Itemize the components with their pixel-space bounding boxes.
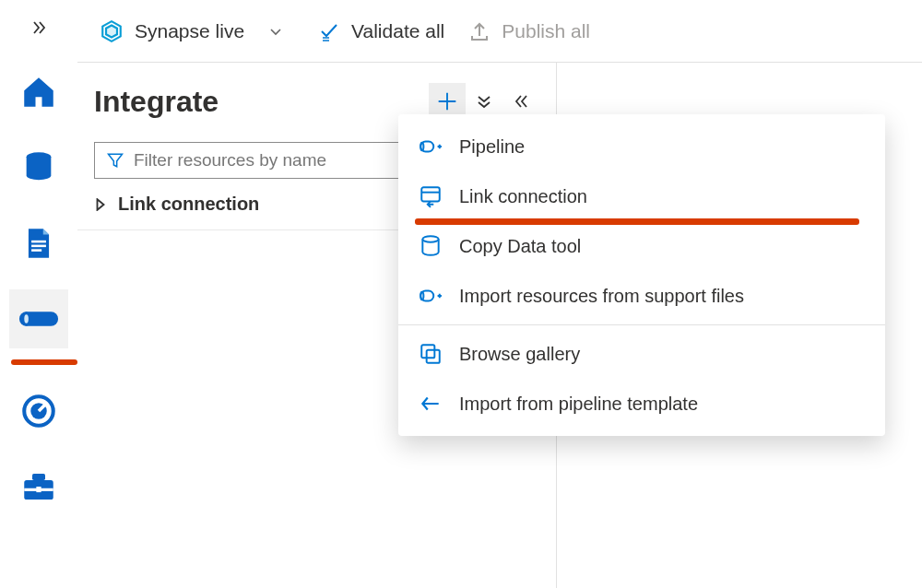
svg-rect-21 <box>427 350 440 363</box>
menu-separator <box>398 324 885 325</box>
link-connection-icon <box>419 184 443 208</box>
menu-item-browse-gallery[interactable]: Browse gallery <box>398 329 885 379</box>
database-icon <box>20 149 57 186</box>
svg-rect-1 <box>31 241 46 243</box>
svg-rect-20 <box>421 345 434 358</box>
chevrons-right-icon <box>30 18 48 37</box>
pipeline-add-icon <box>419 135 443 159</box>
svg-rect-3 <box>31 249 41 252</box>
script-icon <box>21 226 56 261</box>
publish-all-label: Publish all <box>502 20 590 42</box>
menu-item-link-connection[interactable]: Link connection <box>398 171 885 221</box>
svg-rect-9 <box>32 474 45 480</box>
chevrons-left-icon <box>513 93 529 110</box>
arrow-left-icon <box>419 392 443 416</box>
pipeline-add-icon <box>419 284 443 308</box>
menu-label: Browse gallery <box>459 344 580 365</box>
svg-point-17 <box>422 236 438 242</box>
synapse-logo-icon <box>100 19 124 43</box>
highlight-underline <box>11 359 77 365</box>
validate-all-label: Validate all <box>351 20 444 42</box>
nav-develop[interactable] <box>9 214 68 273</box>
menu-item-copy-data[interactable]: Copy Data tool <box>398 221 885 271</box>
chevron-down-icon <box>268 24 283 39</box>
database-outline-icon <box>419 234 443 258</box>
menu-item-import-support[interactable]: Import resources from support files <box>398 271 885 321</box>
nav-monitor[interactable] <box>9 382 68 441</box>
menu-item-pipeline[interactable]: Pipeline <box>398 122 885 171</box>
menu-label: Import from pipeline template <box>459 394 698 415</box>
nav-integrate[interactable] <box>9 289 68 348</box>
menu-label: Pipeline <box>459 136 525 158</box>
home-icon <box>19 73 58 112</box>
nav-manage[interactable] <box>9 457 68 516</box>
svg-point-5 <box>24 314 29 323</box>
workspace-mode-picker[interactable]: Synapse live <box>100 19 283 43</box>
menu-item-import-template[interactable]: Import from pipeline template <box>398 379 885 429</box>
workspace-mode-label: Synapse live <box>135 20 244 42</box>
gauge-icon <box>19 392 58 430</box>
nav-rail <box>0 0 77 588</box>
chevrons-down-icon <box>476 93 492 110</box>
tree-item-label: Link connection <box>118 194 259 215</box>
validate-all-button[interactable]: Validate all <box>318 20 444 42</box>
svg-rect-2 <box>31 245 46 248</box>
topbar: Synapse live Validate all Publish a <box>77 0 922 63</box>
nav-home[interactable] <box>9 63 68 122</box>
publish-all-button[interactable]: Publish all <box>468 20 590 42</box>
toolbox-icon <box>19 467 58 506</box>
integrate-title: Integrate <box>94 85 429 119</box>
plus-icon <box>434 88 460 114</box>
filter-icon <box>106 151 124 170</box>
menu-label: Import resources from support files <box>459 286 744 307</box>
nav-data[interactable] <box>9 138 68 197</box>
add-resource-menu: Pipeline Link connection <box>398 114 885 436</box>
pipeline-icon <box>18 298 60 340</box>
menu-label: Link connection <box>459 186 587 207</box>
triangle-right-icon <box>94 198 107 211</box>
content-row: Integrate <box>77 63 922 588</box>
publish-icon <box>468 20 491 42</box>
main-area: Synapse live Validate all Publish a <box>77 0 922 588</box>
svg-rect-16 <box>421 187 440 201</box>
menu-label: Copy Data tool <box>459 236 581 257</box>
svg-marker-13 <box>106 25 117 37</box>
validate-icon <box>318 20 340 42</box>
gallery-icon <box>419 342 443 366</box>
svg-rect-11 <box>36 487 41 492</box>
nav-expand-button[interactable] <box>9 9 68 46</box>
